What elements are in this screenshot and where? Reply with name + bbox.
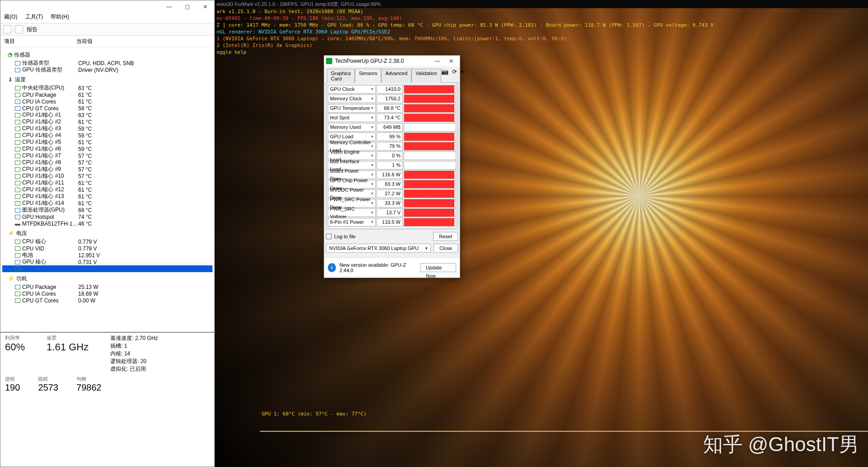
gpuz-sensor-row: 8-Pin #1 Power▾110.5 W [328,217,456,227]
sensor-graph [404,132,456,141]
sensor-row[interactable]: CPU #1/核心 #1161 °C [2,179,212,186]
sensor-row[interactable]: CPU #1/核心 #1461 °C [2,200,212,207]
sensor-row[interactable]: CPU #1/核心 #359 °C [2,125,212,132]
sensor-name[interactable]: Memory Clock▾ [328,94,376,103]
sensor-value: 1750.2 MHz [377,94,403,103]
update-button[interactable]: Update Now [420,263,456,272]
sensor-row[interactable]: CPU #1/核心 #1261 °C [2,186,212,193]
base-value: 2.70 GHz [135,335,158,341]
menu-tools[interactable]: 工具(T) [25,14,43,20]
sensor-graph [404,180,456,189]
group-power[interactable]: ⚡功耗 [8,275,212,283]
close-button[interactable]: Close [434,244,458,253]
sock-label: 插槽: [110,343,123,349]
gpuz-minimize[interactable]: — [431,58,444,64]
sensor-monitor-window: — ▢ ✕ 藏(O) 工具(T) 帮助(H) 报告 项目 当前值 ◔传感器传感器… [0,0,215,332]
sensor-graph [404,199,456,208]
sensor-row[interactable]: CPU #1/核心 #163 °C [2,112,212,118]
sensor-name[interactable]: PWR_SRC Voltage▾ [328,208,376,217]
chevron-down-icon: ▾ [371,199,373,207]
sensor-row[interactable]: MTFDKBA512TFH-1BC1AAB...46 °C [2,220,212,227]
tab-sensors[interactable]: Sensors [355,69,381,83]
sensor-row[interactable]: CPU IA Cores18.69 W [2,290,212,297]
tab-advanced[interactable]: Advanced [381,69,411,83]
sensor-graph [404,142,456,151]
chevron-down-icon: ▾ [371,123,373,131]
sensor-row[interactable]: CPU #1/核心 #1361 °C [2,193,212,200]
furmark-overlay: ark v1.25.1.0 - Burn-in test, 1920x1080 … [217,8,713,56]
close-button[interactable]: ✕ [196,0,214,13]
sensor-row[interactable]: CPU GT Cores0.00 W [2,297,212,304]
tab-graphics-card[interactable]: Graphics Card [327,69,355,83]
sensor-row[interactable]: 电池12.951 V [2,252,212,259]
info-icon: i [328,263,336,272]
sensor-tree[interactable]: ◔传感器传感器类型CPU, HDD, ACPI, SNBGPU 传感器类型Dri… [0,47,214,332]
sensor-row[interactable]: 传感器类型CPU, HDD, ACPI, SNB [2,60,212,66]
col-item: 项目 [4,38,76,45]
proc-label: 进程 [5,376,20,382]
sensor-row[interactable]: CPU #1/核心 #1057 °C [2,173,212,179]
sensor-row[interactable]: GPU 核心0.731 V [2,259,212,265]
group-temp[interactable]: 🌡温度 [8,76,212,84]
util-label: 利用率 [5,335,25,341]
maximize-button[interactable]: ▢ [178,0,196,13]
update-message: New version available: GPU-Z 2.44.0 [340,262,413,273]
reset-button[interactable]: Reset [433,232,458,241]
toolbar-report[interactable]: 报告 [27,26,38,33]
sensor-name[interactable]: Memory Used▾ [328,123,376,132]
sensor-row[interactable]: CPU 核心0.779 V [2,238,212,245]
sensor-row[interactable]: 图形处理器(GPU)68 °C [2,207,212,213]
gpuz-titlebar[interactable]: TechPowerUp GPU-Z 2.38.0 — ✕ [324,56,460,66]
sensor-name[interactable]: GPU Temperature▾ [328,104,376,113]
sensor-name[interactable]: GPU Clock▾ [328,85,376,94]
menu-help[interactable]: 帮助(H) [51,14,69,20]
sensor-value: 13.7 V [377,208,403,217]
chevron-down-icon: ▾ [371,218,373,226]
tab-validation[interactable]: Validation [411,69,441,83]
minimize-button[interactable]: — [160,0,178,13]
menu-hide[interactable]: 藏(O) [4,14,17,20]
sensor-name[interactable]: 8-Pin #1 Power▾ [328,218,376,226]
sensor-row[interactable]: CPU #1/核心 #857 °C [2,159,212,166]
sensor-row[interactable]: CPU Package25.13 W [2,283,212,290]
toolbar-icon-2[interactable] [15,25,23,33]
screenshot-icon[interactable]: 📷 [441,68,448,82]
sensor-row[interactable] [2,265,212,272]
sensor-row[interactable]: CPU #1/核心 #561 °C [2,139,212,146]
toolbar-icon-1[interactable] [3,25,11,33]
gpuz-window: TechPowerUp GPU-Z 2.38.0 — ✕ Graphics Ca… [324,55,460,278]
sensor-graph [404,104,456,113]
sensor-row[interactable]: CPU #1/核心 #957 °C [2,166,212,173]
menu-icon[interactable]: ≡ [461,68,464,82]
watermark: 知乎 @GhostIT男 [703,431,859,458]
gpuz-close[interactable]: ✕ [444,58,458,64]
sensor-row[interactable]: CPU Package61 °C [2,91,212,98]
sensor-row[interactable]: CPU VID0.779 V [2,245,212,252]
thr-value: 2573 [38,382,58,393]
overlay-line-7: oggle help [217,49,713,56]
menu-bar[interactable]: 藏(O) 工具(T) 帮助(H) [0,13,214,23]
furmark-render [215,0,868,467]
gpuz-sensor-row: GPU Clock▾1410.0 MHz [328,85,456,94]
refresh-icon[interactable]: ⟳ [452,68,457,82]
sensor-row[interactable]: CPU #1/核心 #757 °C [2,152,212,159]
log-checkbox[interactable] [326,234,331,239]
sensor-name[interactable]: Hot Spot▾ [328,113,376,122]
sensor-row[interactable]: GPU 传感器类型Driver (NV-DRV) [2,66,212,73]
group-volt[interactable]: ⚡电压 [8,230,212,237]
sensor-row[interactable]: CPU #1/核心 #261 °C [2,118,212,125]
sensor-row[interactable]: CPU GT Cores58 °C [2,105,212,112]
sensor-value: 1410.0 MHz [377,85,403,94]
sensor-row[interactable]: CPU IA Cores61 °C [2,98,212,105]
update-banner: i New version available: GPU-Z 2.44.0 Up… [324,257,460,278]
window-titlebar[interactable]: — ▢ ✕ [0,0,214,13]
gpu-select[interactable]: NVIDIA GeForce RTX 3060 Laptop GPU▾ [326,244,431,253]
overlay-line-3: Z ] core: 1417 MHz - mem: 1750 MHz - GPU… [217,22,713,28]
sensor-row[interactable]: GPU Hotspot74 °C [2,213,212,220]
group-sensors[interactable]: ◔传感器 [8,51,212,59]
gpuz-tabs: Graphics Card Sensors Advanced Validatio… [324,66,460,82]
base-label: 基准速度: [110,335,133,341]
sensor-row[interactable]: CPU #1/核心 #659 °C [2,146,212,152]
sensor-row[interactable]: CPU #1/核心 #459 °C [2,132,212,139]
sensor-row[interactable]: 中央处理器(CPU)63 °C [2,85,212,91]
